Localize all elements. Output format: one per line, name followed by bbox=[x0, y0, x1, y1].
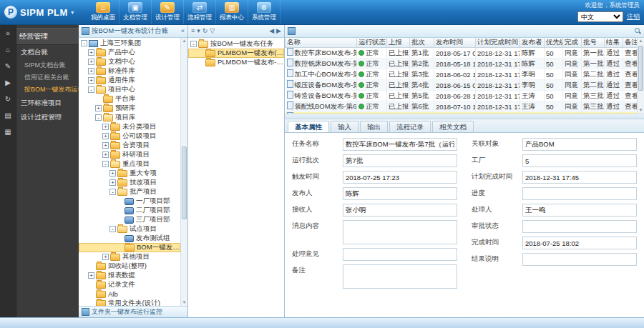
field-input[interactable] bbox=[343, 248, 457, 261]
tree-node[interactable]: +预研库 bbox=[79, 104, 180, 113]
expand-node-icon[interactable]: + bbox=[102, 142, 109, 149]
tree-node[interactable]: +重大专项 bbox=[79, 169, 180, 178]
column-header[interactable]: 批号 bbox=[582, 38, 605, 48]
scroll-thumb[interactable] bbox=[182, 146, 187, 219]
table-row[interactable]: 数控车床BOM发布-第7批运行中已上报第7批2018-07-25 17:2320… bbox=[286, 112, 638, 114]
field-input[interactable] bbox=[343, 220, 457, 244]
tree-node[interactable]: +报表数据 bbox=[79, 271, 180, 280]
expand-node-icon[interactable]: + bbox=[88, 49, 94, 56]
home-icon[interactable]: ⌂ bbox=[3, 45, 13, 55]
tree-node[interactable]: Alb bbox=[79, 289, 180, 299]
tree-node[interactable]: +科研项目 bbox=[79, 150, 180, 159]
edit-icon[interactable]: ✎ bbox=[3, 61, 13, 71]
caret-down-icon[interactable]: ▾ bbox=[197, 28, 200, 34]
tree-node[interactable]: 记录文件 bbox=[79, 280, 180, 289]
send-icon[interactable]: ▶ bbox=[3, 78, 13, 88]
top-nav-item[interactable]: ✎设计管理 bbox=[152, 0, 184, 24]
field-input[interactable] bbox=[343, 154, 457, 167]
expand-node-icon[interactable]: + bbox=[88, 68, 94, 74]
field-input[interactable] bbox=[522, 237, 637, 249]
field-input[interactable] bbox=[343, 171, 457, 184]
top-nav-item[interactable]: ⚙系统管理 bbox=[248, 0, 280, 24]
column-header[interactable]: 上报 bbox=[387, 38, 410, 48]
scroll-track[interactable] bbox=[638, 44, 644, 107]
scroll-thumb[interactable] bbox=[638, 46, 643, 91]
scroll-up-icon[interactable]: ▲ bbox=[639, 38, 643, 44]
tree-node[interactable]: -试点项目 bbox=[79, 224, 180, 234]
top-nav-item[interactable]: ▣文档管理 bbox=[119, 0, 152, 24]
collapse-node-icon[interactable]: - bbox=[102, 161, 109, 167]
sidebar-item[interactable]: 设计过程管理 bbox=[16, 110, 79, 124]
table-row[interactable]: 锻压设备BOM发布-第4批正常已上报第4批2018-06-15 09:12201… bbox=[286, 80, 638, 91]
column-header[interactable]: 批次 bbox=[410, 38, 434, 48]
scroll-track[interactable] bbox=[181, 44, 187, 299]
table-row[interactable]: 数控铣床BOM发布-第2批正常已上报第2批2018-05-18 10:41201… bbox=[286, 59, 638, 69]
image-icon[interactable]: ▦ bbox=[3, 127, 13, 137]
expand-node-icon[interactable]: + bbox=[109, 170, 116, 177]
table-row[interactable]: 铸造设备BOM发布-第5批正常已上报第5批2018-06-28 16:37201… bbox=[286, 91, 638, 101]
tree-node[interactable]: +文档中心 bbox=[79, 57, 180, 66]
tree-node[interactable]: +标准件库 bbox=[79, 66, 180, 76]
column-header[interactable]: 结果 bbox=[605, 38, 623, 48]
tree-node[interactable]: -上海三环集团 bbox=[79, 39, 180, 48]
tree-panel-footer[interactable]: 文件夹一键发布运行监控 bbox=[79, 306, 187, 317]
collapse-node-icon[interactable]: - bbox=[109, 226, 116, 232]
tree-node[interactable]: -项目库 bbox=[79, 113, 180, 122]
expand-node-icon[interactable]: + bbox=[109, 179, 116, 186]
sidebar-item[interactable]: SIPM文档台账 bbox=[16, 59, 79, 71]
expand-node-icon[interactable]: + bbox=[102, 151, 109, 158]
column-header[interactable]: 发布时间 bbox=[434, 38, 476, 48]
sidebar-item[interactable]: 三环标准项目 bbox=[16, 96, 79, 110]
column-header[interactable]: 完成 bbox=[563, 38, 582, 48]
tab-4[interactable]: 相关文档 bbox=[432, 121, 474, 132]
tab-2[interactable]: 输出 bbox=[360, 121, 388, 132]
field-input[interactable] bbox=[343, 187, 457, 200]
column-header[interactable]: 优先级 bbox=[545, 38, 563, 48]
tab-3[interactable]: 流程记录 bbox=[389, 121, 431, 132]
column-header[interactable]: 运行状态 bbox=[357, 38, 387, 48]
field-input[interactable] bbox=[343, 204, 457, 217]
table-row[interactable]: 装配线BOM发布-第6批正常已上报第6批2018-07-10 11:202018… bbox=[286, 101, 638, 112]
collapse-icon[interactable]: « bbox=[3, 29, 13, 39]
top-nav-item[interactable]: ⇄流程管理 bbox=[184, 0, 216, 24]
collapse-node-icon[interactable]: - bbox=[81, 40, 87, 46]
tree-node[interactable]: +公司级项目 bbox=[79, 131, 180, 141]
tab-0[interactable]: 基本属性 bbox=[288, 121, 329, 132]
tree-node[interactable]: 常用文件夹(设计) bbox=[79, 299, 180, 306]
search-icon[interactable] bbox=[635, 28, 641, 34]
field-input[interactable] bbox=[522, 253, 637, 266]
tree-node[interactable]: +产品中心 bbox=[79, 48, 180, 57]
table-row[interactable]: 数控车床BOM发布-第1批正常已上报第1批2018-05-17 09:23201… bbox=[286, 48, 638, 59]
field-input[interactable] bbox=[522, 138, 637, 151]
table-row[interactable]: 加工中心BOM发布-第3批正常已上报第3批2018-06-02 14:05201… bbox=[286, 69, 638, 80]
column-header[interactable]: 备注 bbox=[623, 38, 638, 48]
collapse-node-icon[interactable]: - bbox=[190, 41, 197, 47]
grid-scrollbar[interactable]: ▲ ▼ bbox=[637, 38, 644, 114]
expand-node-icon[interactable]: + bbox=[102, 133, 109, 139]
expand-node-icon[interactable]: + bbox=[102, 254, 109, 260]
tree-node[interactable]: 平台库 bbox=[79, 94, 180, 104]
tree-node[interactable]: +合资项目 bbox=[79, 141, 180, 150]
scroll-down-icon[interactable]: ▼ bbox=[639, 107, 643, 114]
column-header[interactable]: 计划完成时间 bbox=[476, 38, 520, 48]
tree-node[interactable]: -按BOM一键发布任务 bbox=[188, 39, 284, 49]
tree-node[interactable]: 二厂项目部 bbox=[79, 206, 180, 215]
tree-node[interactable]: 一厂项目部 bbox=[79, 197, 180, 206]
tab-1[interactable]: 输入 bbox=[331, 121, 358, 132]
history-icon[interactable]: ↻ bbox=[3, 94, 13, 104]
column-header[interactable]: 发布者 bbox=[520, 38, 545, 48]
tree-node[interactable]: BOM一键发布-测试 bbox=[79, 243, 180, 252]
column-header[interactable]: 名称 bbox=[286, 38, 357, 48]
tree-node[interactable]: +技改项目 bbox=[79, 178, 180, 187]
tree-node[interactable]: PLMBOM一键发布-已完成 bbox=[188, 58, 284, 67]
sidebar-item[interactable]: 文档台账 bbox=[16, 45, 79, 59]
collapse-left-icon[interactable]: « bbox=[181, 28, 185, 34]
expand-node-icon[interactable]: + bbox=[102, 124, 109, 130]
tree-node[interactable]: 回收站(整理) bbox=[79, 262, 180, 271]
scroll-up-icon[interactable]: ▲ bbox=[182, 38, 187, 44]
next-arrow-icon[interactable]: ▶ bbox=[276, 28, 281, 34]
expand-node-icon[interactable]: + bbox=[95, 105, 102, 111]
expand-node-icon[interactable]: + bbox=[88, 59, 94, 65]
tree-node[interactable]: +其他项目 bbox=[79, 252, 180, 262]
collapse-node-icon[interactable]: - bbox=[109, 189, 116, 195]
